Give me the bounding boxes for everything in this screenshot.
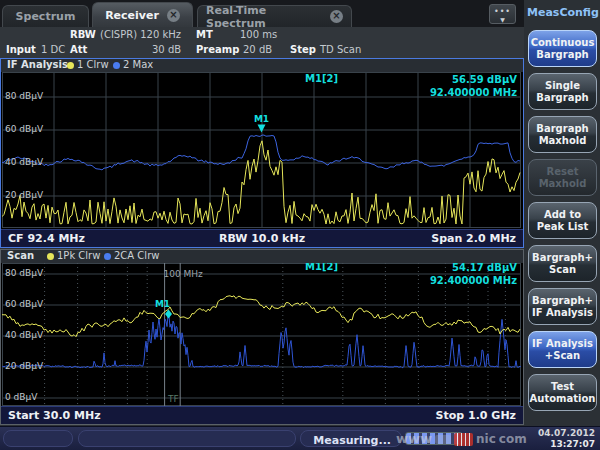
- y-axis-label: 80 dBµV: [5, 91, 43, 101]
- softkey-add-to-peak-list[interactable]: Add toPeak List: [528, 202, 597, 239]
- if-panel-header: IF Analysis 1 Clrw 2 Max: [1, 59, 523, 72]
- svg-text:100 MHz: 100 MHz: [164, 269, 204, 279]
- trace1-color-dot: [47, 253, 54, 260]
- scan-footer-bar: Start 30.0 MHz Stop 1.0 GHz: [1, 406, 523, 424]
- step-value: TD Scan: [320, 44, 361, 55]
- tab-list-dropdown-button[interactable]: ••• ▼: [489, 4, 516, 24]
- marker-readout: 54.17 dBµV 92.400000 MHz: [430, 263, 517, 287]
- softkey-test-automation[interactable]: TestAutomation: [528, 374, 597, 411]
- mt-field[interactable]: MT: [196, 29, 213, 40]
- marker-readout: 56.59 dBµV 92.400000 MHz: [430, 73, 517, 99]
- status-bar: Measuring... www nic com 04.07.2012 13:2…: [0, 426, 600, 450]
- scan-chart[interactable]: 100 MHzTFM1 80 dBµV 60 dBµV 40 dBµV 20 d…: [2, 263, 522, 406]
- scan-panel-title: Scan: [7, 250, 34, 261]
- tab-bar: Spectrum Receiver × Real-Time Spectrum ×…: [0, 0, 524, 27]
- trace1-legend[interactable]: 1 Clrw: [77, 59, 109, 70]
- marker-frequency: 92.400000 MHz: [430, 86, 517, 99]
- y-axis-label: 40 dBµV: [5, 330, 43, 340]
- att-value: 30 dB: [152, 44, 181, 55]
- start-frequency[interactable]: Start 30.0 MHz: [8, 409, 101, 422]
- softkey-single-bargraph[interactable]: SingleBargraph: [528, 73, 597, 110]
- span-readout[interactable]: Span 2.0 MHz: [431, 232, 516, 245]
- if-chart[interactable]: M1 80 dBµV 60 dBµV 40 dBµV 20 dBµV M1[2]…: [2, 72, 522, 228]
- trace2-legend[interactable]: 2CA Clrw: [114, 250, 159, 261]
- step-field[interactable]: Step: [290, 44, 316, 55]
- softkey-bargraph-if-analysis[interactable]: Bargraph+IF Analysis: [528, 288, 597, 325]
- close-icon[interactable]: ×: [167, 9, 180, 22]
- preamp-value: 20 dB: [243, 44, 272, 55]
- settings-bar: RBW (CISPR) 120 kHz MT 100 ms Input 1 DC…: [0, 27, 524, 58]
- svg-text:M1: M1: [254, 114, 269, 124]
- trace2-legend[interactable]: 2 Max: [123, 59, 153, 70]
- y-axis-label: 60 dBµV: [5, 299, 43, 309]
- measuring-status: Measuring...: [313, 434, 391, 447]
- marker-name: M1[2]: [305, 263, 338, 272]
- y-axis-label: 20 dBµV: [5, 190, 43, 200]
- y-axis-label: 0 dBµV: [5, 392, 37, 402]
- taskbar-button[interactable]: [78, 430, 296, 447]
- date: 04.07.2012: [538, 428, 595, 439]
- dots-icon: •••: [490, 8, 515, 16]
- att-field[interactable]: Att: [70, 44, 87, 55]
- stop-frequency[interactable]: Stop 1.0 GHz: [436, 409, 516, 422]
- if-analysis-panel: IF Analysis 1 Clrw 2 Max M1 80 dBµV 60 d…: [0, 58, 524, 248]
- rbw-value: (CISPR) 120 kHz: [100, 29, 181, 40]
- y-axis-label: 40 dBµV: [5, 157, 43, 167]
- tab-label: Real-Time Spectrum: [206, 4, 322, 30]
- mt-value: 100 ms: [240, 29, 277, 40]
- svg-text:M1: M1: [155, 299, 170, 309]
- softkey-reset-maxhold: ResetMaxhold: [528, 159, 597, 196]
- trace2-color-dot: [113, 62, 120, 69]
- tab-receiver[interactable]: Receiver ×: [92, 2, 193, 27]
- scan-panel-header: Scan 1Pk Clrw 2CA Clrw: [1, 250, 523, 263]
- marker-level: 56.59 dBµV: [430, 73, 517, 86]
- input-field[interactable]: Input: [6, 44, 36, 55]
- taskbar-button[interactable]: [3, 430, 73, 447]
- softkey-if-analysis-scan[interactable]: IF Analysis+Scan: [528, 331, 597, 368]
- y-axis-label: 20 dBµV: [5, 361, 43, 371]
- scan-panel: Scan 1Pk Clrw 2CA Clrw 100 MHzTFM1 80 dB…: [0, 249, 524, 425]
- if-footer-bar: CF 92.4 MHz RBW 10.0 kHz Span 2.0 MHz: [1, 229, 523, 247]
- marker-level: 54.17 dBµV: [430, 263, 517, 274]
- if-panel-title: IF Analysis: [7, 59, 68, 70]
- y-axis-label: 80 dBµV: [5, 268, 43, 278]
- y-axis-label: 60 dBµV: [5, 124, 43, 134]
- tab-label: Receiver: [105, 9, 159, 22]
- status-message-pill: Measuring...: [300, 430, 402, 447]
- trace2-color-dot: [104, 253, 111, 260]
- tab-spectrum[interactable]: Spectrum: [2, 5, 89, 27]
- watermark: www nic com: [396, 431, 546, 447]
- instrument-screen: Spectrum Receiver × Real-Time Spectrum ×…: [0, 0, 600, 450]
- trace1-color-dot: [67, 62, 74, 69]
- input-value: 1 DC: [41, 44, 65, 55]
- softkey-bargraph-maxhold[interactable]: BargraphMaxhold: [528, 116, 597, 153]
- close-icon[interactable]: ×: [330, 10, 343, 23]
- rbw-field[interactable]: RBW: [70, 29, 96, 40]
- marker-frequency: 92.400000 MHz: [430, 274, 517, 287]
- trace1-legend[interactable]: 1Pk Clrw: [57, 250, 100, 261]
- tab-realtime-spectrum[interactable]: Real-Time Spectrum ×: [197, 5, 352, 27]
- watermark-blob: [435, 435, 451, 444]
- softkey-continuous-bargraph[interactable]: ContinuousBargraph: [528, 30, 597, 67]
- preamp-field[interactable]: Preamp: [196, 44, 239, 55]
- marker-name: M1[2]: [305, 73, 338, 84]
- watermark-red-badge: [454, 433, 473, 446]
- softkey-sidebar: MeasConfig ContinuousBargraph SingleBarg…: [524, 0, 600, 426]
- date-time-display: 04.07.2012 13:27:07: [538, 428, 595, 450]
- softkey-menu-title: MeasConfig: [527, 4, 597, 22]
- time: 13:27:07: [538, 439, 595, 450]
- softkey-bargraph-scan[interactable]: Bargraph+Scan: [528, 245, 597, 282]
- chevron-down-icon: ▼: [490, 16, 515, 24]
- svg-text:TF: TF: [167, 394, 179, 404]
- tab-label: Spectrum: [16, 10, 76, 23]
